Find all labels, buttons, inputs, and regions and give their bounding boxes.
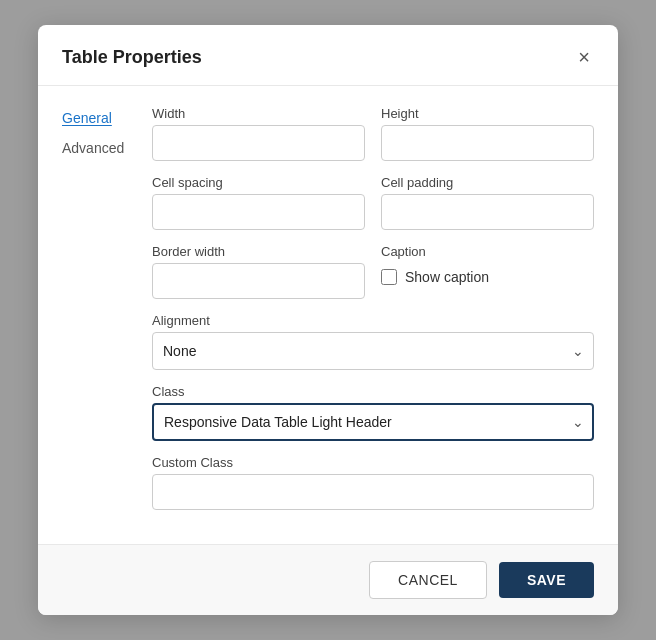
custom-class-label: Custom Class — [152, 455, 594, 470]
cancel-button[interactable]: CANCEL — [369, 561, 487, 599]
border-caption-row: Border width Caption Show caption — [152, 244, 594, 299]
border-width-group: Border width — [152, 244, 365, 299]
show-caption-label: Show caption — [405, 269, 489, 285]
height-group: Height — [381, 106, 594, 161]
custom-class-group: Custom Class — [152, 455, 594, 510]
alignment-group: Alignment None Left Center Right ⌄ — [152, 313, 594, 370]
border-width-input[interactable] — [152, 263, 365, 299]
cell-padding-input[interactable] — [381, 194, 594, 230]
custom-class-input[interactable] — [152, 474, 594, 510]
show-caption-checkbox[interactable] — [381, 269, 397, 285]
modal-title: Table Properties — [62, 47, 202, 68]
custom-class-row: Custom Class — [152, 455, 594, 510]
height-label: Height — [381, 106, 594, 121]
class-select-wrapper: Responsive Data Table Light Header None … — [152, 403, 594, 441]
show-caption-row: Show caption — [381, 269, 594, 285]
modal-body: General Advanced Width Height — [38, 86, 618, 544]
table-properties-modal: Table Properties × General Advanced Widt… — [38, 25, 618, 615]
width-label: Width — [152, 106, 365, 121]
form-content: Width Height Cell spacing Cell — [152, 106, 594, 524]
cell-spacing-label: Cell spacing — [152, 175, 365, 190]
close-button[interactable]: × — [574, 45, 594, 69]
sidebar-item-advanced[interactable]: Advanced — [62, 138, 152, 158]
alignment-row: Alignment None Left Center Right ⌄ — [152, 313, 594, 370]
cell-spacing-group: Cell spacing — [152, 175, 365, 230]
cell-padding-label: Cell padding — [381, 175, 594, 190]
caption-group: Caption Show caption — [381, 244, 594, 299]
caption-label: Caption — [381, 244, 594, 259]
height-input[interactable] — [381, 125, 594, 161]
alignment-label: Alignment — [152, 313, 594, 328]
class-label: Class — [152, 384, 594, 399]
modal-overlay: Table Properties × General Advanced Widt… — [0, 0, 656, 640]
modal-header: Table Properties × — [38, 25, 618, 86]
width-input[interactable] — [152, 125, 365, 161]
save-button[interactable]: SAVE — [499, 562, 594, 598]
sidebar-item-general[interactable]: General — [62, 108, 152, 128]
alignment-select-wrapper: None Left Center Right ⌄ — [152, 332, 594, 370]
border-width-label: Border width — [152, 244, 365, 259]
width-height-row: Width Height — [152, 106, 594, 161]
sidebar: General Advanced — [62, 106, 152, 524]
alignment-select[interactable]: None Left Center Right — [152, 332, 594, 370]
cell-padding-group: Cell padding — [381, 175, 594, 230]
width-group: Width — [152, 106, 365, 161]
cell-spacing-input[interactable] — [152, 194, 365, 230]
class-group: Class Responsive Data Table Light Header… — [152, 384, 594, 441]
modal-footer: CANCEL SAVE — [38, 544, 618, 615]
class-row: Class Responsive Data Table Light Header… — [152, 384, 594, 441]
cell-spacing-padding-row: Cell spacing Cell padding — [152, 175, 594, 230]
class-select[interactable]: Responsive Data Table Light Header None — [152, 403, 594, 441]
